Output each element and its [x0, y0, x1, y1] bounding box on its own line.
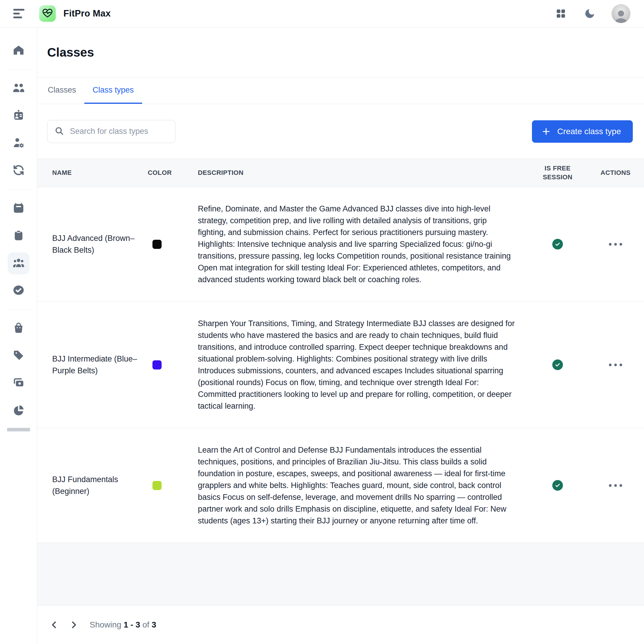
- create-class-type-label: Create class type: [557, 127, 621, 136]
- table-empty-area: [37, 543, 644, 606]
- users-icon: [12, 82, 25, 95]
- sidebar-item-home[interactable]: [8, 40, 29, 62]
- clipboard-icon: [12, 229, 25, 243]
- top-bar: FitPro Max: [0, 0, 644, 27]
- id-badge-icon: [12, 109, 25, 123]
- pagination-bar: Showing 1 - 3 of 3: [37, 606, 644, 644]
- home-icon: [13, 44, 24, 57]
- sidebar-item-reports[interactable]: [8, 400, 29, 422]
- sync-icon: [12, 164, 25, 178]
- is-free-session-cell: [552, 239, 563, 249]
- tab-class-types[interactable]: Class types: [84, 78, 142, 104]
- table-row: BJJ Intermediate (Blue–Purple Belts) Sha…: [37, 302, 644, 428]
- search-box: [47, 120, 175, 143]
- check-circle-icon: [552, 239, 563, 249]
- color-swatch: [152, 240, 162, 249]
- pagination-summary: Showing 1 - 3 of 3: [90, 620, 156, 630]
- row-actions-menu-icon[interactable]: [606, 361, 625, 369]
- sidebar-divider: [7, 190, 30, 190]
- class-types-table: NAME COLOR DESCRIPTION IS FREE SESSION A…: [37, 159, 644, 606]
- cash-stack-icon: [12, 377, 25, 390]
- sidebar-item-clipboard[interactable]: [8, 225, 29, 247]
- class-type-color-cell: [142, 481, 189, 490]
- user-avatar[interactable]: [612, 4, 630, 23]
- sidebar-item-id-badge[interactable]: [8, 105, 29, 127]
- plus-icon: [541, 127, 551, 136]
- sidebar-item-members[interactable]: [8, 78, 29, 99]
- apps-grid-icon[interactable]: [554, 6, 568, 21]
- check-circle-icon: [552, 480, 563, 491]
- create-class-type-button[interactable]: Create class type: [532, 120, 633, 143]
- main-content: Classes Classes Class types: [37, 27, 644, 644]
- shopping-bag-icon: [12, 322, 25, 335]
- color-swatch: [152, 481, 162, 490]
- search-input[interactable]: [47, 120, 175, 143]
- row-actions-menu-icon[interactable]: [606, 481, 625, 490]
- sidebar-item-pricing[interactable]: [8, 345, 29, 367]
- circle-check-icon: [12, 284, 25, 298]
- row-actions-cell: [606, 240, 625, 249]
- heart-pulse-logo-icon: [42, 7, 53, 20]
- people-group-icon: [12, 256, 25, 270]
- class-type-name: BJJ Fundamentals (Beginner): [37, 474, 142, 497]
- check-circle-icon: [552, 359, 563, 370]
- showing-label: Showing: [90, 620, 121, 629]
- pagination-range: 1 - 3: [124, 620, 140, 629]
- dark-mode-moon-icon[interactable]: [583, 6, 597, 21]
- tag-icon: [12, 349, 25, 363]
- previous-page-icon[interactable]: [47, 618, 61, 632]
- sidebar-item-attendance[interactable]: [8, 280, 29, 302]
- row-actions-menu-icon[interactable]: [606, 240, 625, 249]
- page-header: Classes: [37, 27, 644, 78]
- sidebar-divider: [7, 70, 30, 70]
- column-header-color: COLOR: [142, 169, 189, 177]
- sidebar-item-payments[interactable]: [8, 372, 29, 394]
- class-type-description: Refine, Dominate, and Master the Game Ad…: [189, 203, 528, 285]
- menu-icon[interactable]: [13, 9, 26, 18]
- page-title: Classes: [47, 45, 94, 60]
- user-gear-icon: [12, 137, 25, 150]
- next-page-icon[interactable]: [67, 618, 81, 632]
- of-label: of: [142, 620, 149, 629]
- color-swatch: [152, 360, 162, 369]
- class-type-description: Learn the Art of Control and Defense BJJ…: [189, 444, 528, 527]
- toolbar: Create class type: [37, 104, 644, 159]
- app-logo: [39, 5, 56, 22]
- column-header-description: DESCRIPTION: [189, 169, 528, 177]
- column-header-actions: ACTIONS: [601, 169, 631, 177]
- column-header-is-free-session: IS FREE SESSION: [540, 164, 575, 182]
- sidebar-item-classes[interactable]: [8, 252, 29, 274]
- pie-chart-icon: [12, 404, 25, 418]
- row-actions-cell: [606, 361, 625, 369]
- app-name: FitPro Max: [63, 8, 111, 19]
- pagination-total: 3: [152, 620, 156, 629]
- class-type-name: BJJ Intermediate (Blue–Purple Belts): [37, 353, 142, 377]
- table-row: BJJ Fundamentals (Beginner) Learn the Ar…: [37, 428, 644, 543]
- class-type-name: BJJ Advanced (Brown–Black Belts): [37, 232, 142, 256]
- table-row: BJJ Advanced (Brown–Black Belts) Refine,…: [37, 187, 644, 302]
- tab-classes[interactable]: Classes: [40, 78, 84, 104]
- sidebar-item-shop[interactable]: [8, 318, 29, 339]
- table-header-row: NAME COLOR DESCRIPTION IS FREE SESSION A…: [37, 159, 644, 187]
- sidebar-item-sync[interactable]: [8, 160, 29, 182]
- sidebar-item-staff-settings[interactable]: [8, 132, 29, 154]
- tab-bar: Classes Class types: [37, 78, 644, 104]
- sidebar-divider: [7, 310, 30, 310]
- is-free-session-cell: [552, 359, 563, 370]
- row-actions-cell: [606, 481, 625, 490]
- class-type-description: Sharpen Your Transitions, Timing, and St…: [189, 318, 528, 412]
- sidebar-item-calendar[interactable]: [8, 198, 29, 219]
- class-type-color-cell: [142, 240, 189, 249]
- calendar-icon: [12, 202, 25, 215]
- is-free-session-cell: [552, 480, 563, 491]
- sidebar: [0, 27, 37, 644]
- column-header-name: NAME: [37, 169, 142, 177]
- sidebar-scroll-indicator: [7, 428, 30, 431]
- class-type-color-cell: [142, 360, 189, 369]
